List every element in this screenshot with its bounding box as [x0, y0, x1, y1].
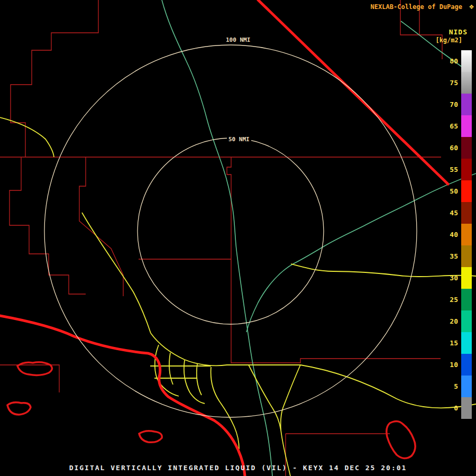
colorbar-swatch	[461, 72, 472, 94]
islands-path	[387, 421, 415, 458]
colorbar-tick-label: 65	[442, 122, 461, 130]
rivers	[162, 0, 476, 476]
colorbar-row: 35	[442, 245, 472, 267]
county-lines-path	[0, 365, 59, 392]
highways-path	[0, 117, 54, 157]
colorbar-row: 50	[442, 180, 472, 202]
colorbar-tick-label: 30	[442, 274, 461, 282]
colorbar-row: 80	[442, 50, 472, 72]
colorbar-row: 60	[442, 137, 472, 159]
cod-logo-icon: ❖	[469, 2, 474, 11]
colorbar-tick-label: 40	[442, 231, 461, 239]
colorbar-tick-label: 15	[442, 339, 461, 347]
colorbar-tick-label: 10	[442, 361, 461, 369]
highways-path	[151, 333, 249, 365]
colorbar-row: 15	[442, 332, 472, 354]
colorbar-swatch	[461, 202, 472, 224]
highways-path	[211, 367, 239, 449]
colorbar-row: 65	[442, 115, 472, 137]
colorbar-row: 30	[442, 267, 472, 289]
highways-path	[155, 345, 179, 396]
colorbar-tick-label: 60	[442, 144, 461, 152]
county-lines	[0, 0, 442, 476]
colorbar-tick-label: 25	[442, 296, 461, 304]
rivers-path	[246, 173, 476, 332]
county-lines-path	[79, 157, 123, 296]
colorbar-swatch	[461, 245, 472, 267]
colorbar-swatch	[461, 332, 472, 354]
colorbar-row: 20	[442, 310, 472, 332]
highways-path	[169, 353, 173, 385]
colorbar-swatch	[461, 159, 472, 180]
colorbar-swatch	[461, 267, 472, 289]
colorbar-swatch	[461, 50, 472, 72]
colorbar-row: 0	[442, 397, 472, 419]
islands-path	[139, 431, 162, 443]
colorbar-row: 55	[442, 159, 472, 180]
colorbar-row: 25	[442, 289, 472, 310]
colorbar-tick-label: 55	[442, 166, 461, 173]
county-lines-path	[231, 359, 441, 363]
highways-path	[184, 360, 205, 404]
colorbar-tick-label: 20	[442, 317, 461, 325]
colorbar-swatch	[461, 224, 472, 245]
colorbar-swatch	[461, 289, 472, 310]
range-ring-label-50nmi: 50 NMI	[227, 136, 251, 143]
colorbar-row: 40	[442, 224, 472, 245]
colorbar-swatch	[461, 354, 472, 376]
colorbar-swatch	[461, 376, 472, 397]
units-label: [kg/m2]	[435, 36, 462, 44]
colorbar-tick-label: 45	[442, 209, 461, 217]
interstates-path	[0, 316, 245, 476]
colorbar-tick-label: 50	[442, 187, 461, 195]
radar-display: 100 NMI 50 NMI NEXLAB-College of DuPage …	[0, 0, 476, 476]
highways-path	[281, 365, 300, 430]
highways-path	[197, 364, 202, 395]
range-ring	[138, 138, 324, 324]
colorbar-row: 70	[442, 94, 472, 115]
rivers-path	[162, 0, 272, 476]
colorbar-swatch	[461, 115, 472, 137]
islands-path	[17, 362, 52, 376]
colorbar-tick-label: 75	[442, 79, 461, 87]
colorbar-row: 75	[442, 72, 472, 94]
brand-text: NEXLAB-College of DuPage	[371, 3, 462, 11]
product-caption: DIGITAL VERTICALLY INTEGRATED LIQUID (VI…	[0, 464, 476, 472]
highways-path	[82, 213, 151, 333]
range-ring-label-100nmi: 100 NMI	[224, 36, 252, 43]
colorbar-tick-label: 35	[442, 252, 461, 260]
colorbar: 80757065605550454035302520151050	[442, 50, 472, 419]
colorbar-tick-label: 0	[442, 404, 461, 412]
colorbar-swatch	[461, 180, 472, 202]
colorbar-tick-label: 70	[442, 100, 461, 108]
interstates	[0, 0, 448, 476]
colorbar-tick-label: 80	[442, 57, 461, 65]
county-lines-path	[11, 0, 98, 157]
colorbar-swatch	[461, 397, 472, 419]
colorbar-row: 10	[442, 354, 472, 376]
colorbar-tick-label: 5	[442, 382, 461, 390]
colorbar-swatch	[461, 94, 472, 115]
county-lines-path	[10, 157, 86, 294]
islands-path	[7, 402, 31, 415]
colorbar-row: 5	[442, 376, 472, 397]
product-code-label: NIDS	[449, 28, 468, 36]
map-svg	[0, 0, 476, 476]
colorbar-row: 45	[442, 202, 472, 224]
colorbar-swatch	[461, 310, 472, 332]
colorbar-swatch	[461, 137, 472, 159]
